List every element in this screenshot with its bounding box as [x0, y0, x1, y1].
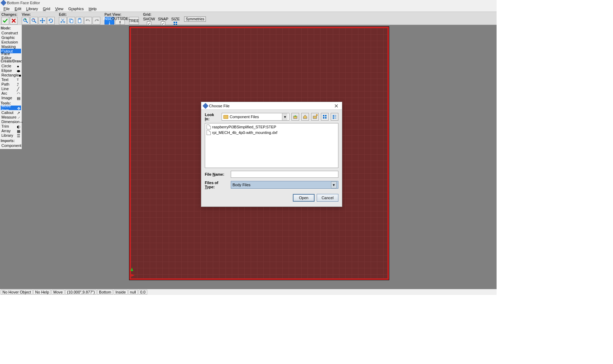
sidebar-mode-header: Mode:	[1, 26, 21, 30]
mode-masking[interactable]: Masking	[1, 44, 21, 49]
section-edit: Edit:	[59, 13, 100, 25]
redo-button[interactable]	[93, 17, 100, 25]
create-text[interactable]: TextT	[1, 77, 21, 82]
rectangle-icon: ■	[19, 73, 21, 77]
ellipse-icon: ⬬	[17, 69, 20, 72]
list-view-button[interactable]	[321, 113, 329, 121]
menu-grid[interactable]: Grid	[41, 6, 52, 11]
tool-library[interactable]: Library☰	[1, 133, 21, 137]
section-partview: Part View: INSIDE⭳ OUTSIDE⭱ TREE	[105, 13, 139, 25]
create-line[interactable]: Line╱	[1, 86, 21, 91]
lookin-combo[interactable]: Component Files ▾	[222, 113, 289, 121]
menu-library[interactable]: Library	[24, 6, 40, 11]
grid-size-label: SIZE	[171, 17, 180, 21]
tool-callout[interactable]: Callout↗	[1, 110, 21, 115]
create-image[interactable]: Image▤	[1, 95, 21, 100]
svg-rect-16	[294, 116, 297, 119]
filename-input[interactable]	[231, 171, 338, 178]
copy-button[interactable]	[67, 17, 75, 25]
tool-measure[interactable]: Measure⟋	[1, 115, 21, 119]
menu-help[interactable]: Help	[87, 6, 99, 11]
import-component[interactable]: Component	[1, 143, 21, 148]
open-button[interactable]: Open	[293, 194, 315, 202]
home-button[interactable]	[301, 113, 309, 121]
mode-faceeditor[interactable]: Face Editor	[1, 53, 21, 58]
mode-faceeditor-label: Face Editor	[1, 52, 20, 60]
up-folder-button[interactable]	[291, 113, 299, 121]
svg-rect-21	[323, 117, 324, 119]
tool-measure-label: Measure	[1, 115, 16, 119]
status-misc: null	[128, 290, 138, 295]
tool-moveitem[interactable]: Move Item✥	[1, 106, 21, 110]
refresh-button[interactable]	[47, 17, 55, 25]
svg-rect-22	[325, 117, 326, 119]
filetype-combo[interactable]: Body Files ▾	[231, 181, 338, 189]
dialog-titlebar[interactable]: Choose File	[201, 102, 342, 110]
tool-library-label: Library	[1, 133, 13, 137]
create-text-label: Text	[1, 77, 8, 82]
create-circle[interactable]: Circle●	[1, 63, 21, 68]
file-name-0: raspberryPi3BSimplified_STEP.STEP	[212, 125, 276, 129]
text-icon: T	[17, 78, 20, 81]
create-image-label: Image	[1, 96, 12, 100]
detail-view-button[interactable]	[331, 113, 338, 121]
mode-graphic[interactable]: Graphic	[1, 35, 21, 40]
svg-rect-27	[333, 118, 334, 119]
svg-rect-25	[333, 116, 334, 117]
section-changes: Changes:	[1, 13, 18, 25]
grid-show-label: SHOW	[143, 17, 155, 21]
tree-label: TREE	[129, 19, 139, 23]
tool-dimension-label: Dimension	[1, 120, 20, 124]
file-item[interactable]: raspberryPi3BSimplified_STEP.STEP	[206, 124, 337, 130]
status-mode: Move	[52, 290, 65, 295]
path-icon: ⤴	[17, 82, 20, 86]
dialog-close-button[interactable]	[333, 103, 340, 109]
sidebar-imports-header: Imports:	[1, 139, 21, 143]
menu-edit[interactable]: Edit	[13, 6, 23, 11]
cancel-button[interactable]: Cancel	[317, 194, 338, 202]
create-line-label: Line	[1, 87, 9, 91]
create-path[interactable]: Path⤴	[1, 82, 21, 86]
page-blank-bottom	[0, 295, 613, 364]
create-rectangle[interactable]: Rectangle■	[1, 73, 21, 77]
create-arc[interactable]: Arc◠	[1, 91, 21, 95]
menu-view[interactable]: View	[53, 6, 66, 11]
file-item[interactable]: rpi_MECH_4b_4p0-with_mounting.dxf	[206, 130, 337, 135]
tool-array[interactable]: Array▦	[1, 128, 21, 133]
tool-dimension[interactable]: Dimension↔	[1, 119, 21, 124]
file-icon	[207, 130, 211, 135]
mode-exclusion[interactable]: Exclusion	[1, 40, 21, 44]
filetype-label: Files of Type:	[205, 181, 229, 189]
status-bar: No Hover Object No Help Move (10.000",9.…	[0, 289, 497, 295]
tree-button[interactable]: TREE	[129, 17, 139, 25]
svg-rect-19	[323, 115, 324, 116]
menu-file[interactable]: File	[1, 6, 12, 11]
filetype-value: Body Files	[233, 183, 250, 187]
chevron-down-icon[interactable]: ▾	[331, 181, 337, 188]
mode-construct[interactable]: Construct	[1, 31, 21, 35]
file-list[interactable]: raspberryPi3BSimplified_STEP.STEP rpi_ME…	[205, 123, 338, 168]
paste-button[interactable]	[76, 17, 83, 25]
undo-button[interactable]	[84, 17, 92, 25]
filename-label: File Name:	[205, 172, 229, 176]
create-circle-label: Circle	[1, 64, 11, 68]
tool-trim[interactable]: Trim◐	[1, 124, 21, 128]
outside-button[interactable]: OUTSIDE⭱	[115, 17, 125, 25]
pan-button[interactable]	[39, 17, 46, 25]
symmetries-button[interactable]: Symmetries	[184, 16, 206, 22]
cut-button[interactable]	[59, 17, 67, 25]
file-icon	[207, 124, 211, 129]
chevron-down-icon[interactable]: ▾	[282, 113, 288, 120]
grid-snap-label: SNAP	[158, 17, 168, 21]
zoom-in-button[interactable]: +	[22, 17, 29, 25]
zoom-out-button[interactable]: −	[30, 17, 38, 25]
menu-graphics[interactable]: Graphics	[66, 6, 86, 11]
create-elipse[interactable]: Elipse⬬	[1, 68, 21, 73]
accept-button[interactable]	[1, 17, 9, 25]
reject-button[interactable]	[10, 17, 18, 25]
create-elipse-label: Elipse	[1, 68, 12, 73]
label-view: View:	[22, 13, 55, 16]
new-folder-button[interactable]: ✦	[311, 113, 319, 121]
dialog-body: Look In: Component Files ▾ ✦ raspberryPi…	[201, 110, 342, 207]
mode-exclusion-label: Exclusion	[1, 40, 18, 44]
